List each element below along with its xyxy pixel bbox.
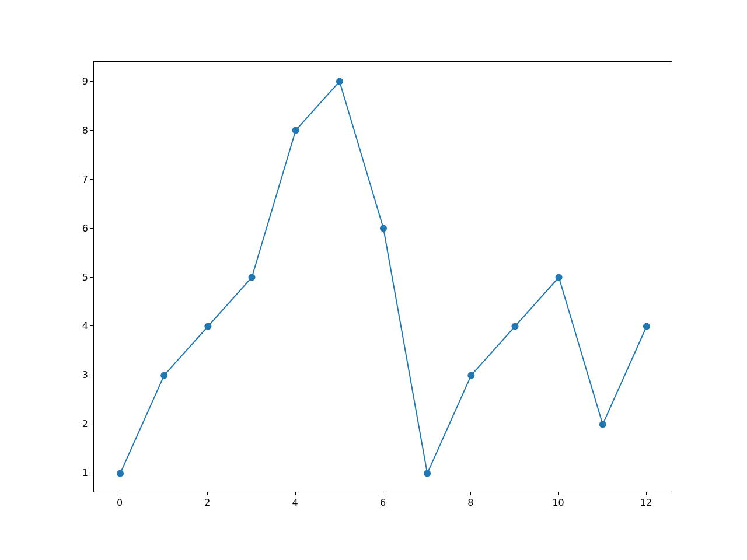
y-tick (90, 179, 93, 180)
y-tick (90, 277, 93, 278)
x-tick (295, 492, 296, 495)
data-point (380, 225, 387, 232)
x-tick-label: 10 (552, 497, 564, 508)
x-tick (207, 492, 208, 495)
data-point (160, 372, 167, 379)
data-point (556, 274, 563, 281)
data-point (117, 470, 124, 477)
data-point (424, 470, 431, 477)
x-tick-label: 2 (204, 497, 210, 508)
y-tick (90, 326, 93, 326)
x-tick-label: 6 (380, 497, 386, 508)
y-tick (90, 374, 93, 375)
y-tick-label: 5 (82, 271, 88, 282)
figure: 024681012123456789 (0, 0, 747, 560)
data-point (599, 421, 606, 428)
data-point (643, 323, 650, 330)
x-tick-label: 0 (117, 497, 123, 508)
y-tick (90, 473, 93, 473)
y-tick-label: 9 (82, 75, 88, 86)
data-point (292, 127, 299, 134)
x-tick (120, 492, 120, 495)
x-tick (558, 492, 559, 495)
data-point (467, 372, 474, 379)
line-series (120, 82, 647, 474)
y-tick-label: 6 (82, 222, 88, 233)
y-tick-label: 4 (82, 320, 88, 331)
y-tick-label: 2 (82, 418, 88, 429)
x-tick-label: 4 (292, 497, 298, 508)
data-point (204, 323, 211, 330)
x-tick (646, 492, 647, 495)
y-tick (90, 130, 93, 131)
y-tick-label: 8 (82, 124, 88, 135)
x-tick (470, 492, 471, 495)
data-point (249, 274, 256, 281)
y-tick-label: 3 (82, 369, 88, 380)
y-tick-label: 7 (82, 173, 88, 184)
data-point (511, 323, 518, 330)
y-tick (90, 424, 93, 424)
y-tick (90, 228, 93, 229)
x-tick-label: 8 (467, 497, 473, 508)
x-tick-label: 12 (640, 497, 652, 508)
line-plot (94, 62, 673, 493)
y-tick-label: 1 (82, 467, 88, 478)
axes (93, 61, 672, 492)
data-point (336, 78, 343, 85)
x-tick (383, 492, 383, 495)
y-tick (90, 81, 93, 82)
